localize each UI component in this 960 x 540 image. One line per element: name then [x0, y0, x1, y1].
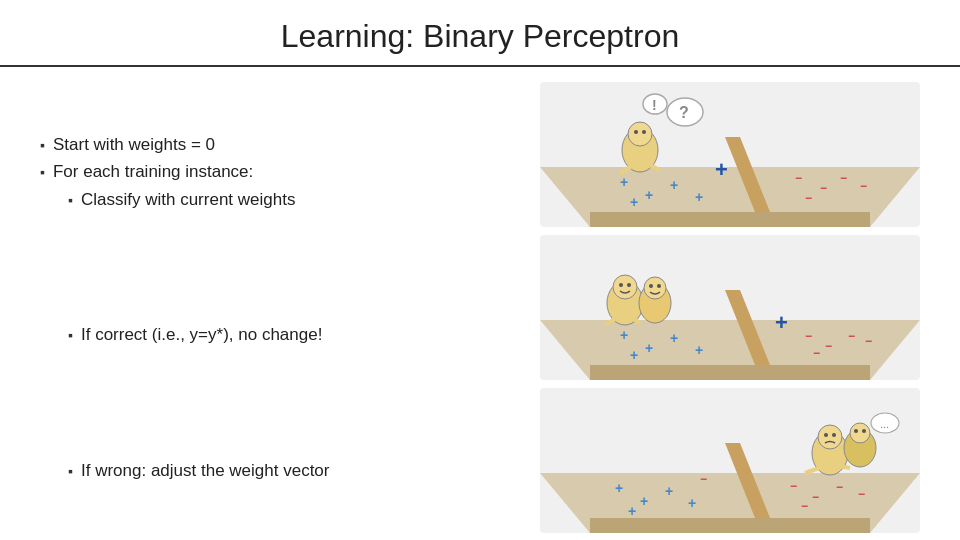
svg-point-43 [644, 277, 666, 299]
svg-point-39 [613, 275, 637, 299]
bullet-group-bot: ▪ If wrong: adjust the weight vector [40, 459, 510, 483]
svg-point-15 [628, 122, 652, 146]
svg-marker-1 [590, 212, 870, 227]
svg-point-65 [832, 433, 836, 437]
bullet-1: ▪ Start with weights = 0 [40, 133, 510, 157]
bullet-text-4: If correct (i.e., y=y*), no change! [81, 323, 322, 347]
left-panel: ▪ Start with weights = 0 ▪ For each trai… [20, 77, 520, 538]
svg-text:+: + [645, 187, 653, 203]
svg-text:!: ! [652, 97, 657, 113]
svg-point-64 [824, 433, 828, 437]
svg-point-70 [854, 429, 858, 433]
svg-text:+: + [645, 340, 653, 356]
svg-text:−: − [848, 329, 855, 343]
scene-1: + + + + + + − − − − − [540, 82, 920, 227]
bullet-icon-1: ▪ [40, 136, 45, 156]
svg-marker-49 [590, 518, 870, 533]
svg-text:−: − [700, 472, 707, 486]
bullet-icon-3: ▪ [68, 191, 73, 211]
svg-text:+: + [665, 483, 673, 499]
svg-point-44 [649, 284, 653, 288]
svg-point-16 [634, 130, 638, 134]
page-title: Learning: Binary Perceptron [40, 18, 920, 55]
svg-text:+: + [628, 503, 636, 519]
bullet-group-mid: ▪ If correct (i.e., y=y*), no change! [40, 323, 510, 347]
page: Learning: Binary Perceptron ▪ Start with… [0, 0, 960, 540]
svg-point-71 [862, 429, 866, 433]
svg-text:−: − [805, 329, 812, 343]
svg-text:+: + [630, 194, 638, 210]
svg-text:−: − [820, 181, 827, 195]
bullet-text-3: Classify with current weights [81, 188, 295, 212]
svg-text:+: + [615, 480, 623, 496]
scene-3: + + + + + − − − − − − [540, 388, 920, 533]
bullet-text-1: Start with weights = 0 [53, 133, 215, 157]
svg-marker-25 [590, 365, 870, 380]
svg-text:−: − [805, 191, 812, 205]
svg-text:+: + [695, 342, 703, 358]
svg-text:−: − [858, 487, 865, 501]
svg-text:−: − [825, 339, 832, 353]
svg-point-40 [619, 283, 623, 287]
svg-text:...: ... [880, 418, 889, 430]
svg-point-45 [657, 284, 661, 288]
bullet-text-2: For each training instance: [53, 160, 253, 184]
svg-text:−: − [836, 480, 843, 494]
svg-point-17 [642, 130, 646, 134]
bullet-group-top: ▪ Start with weights = 0 ▪ For each trai… [40, 133, 510, 212]
svg-text:+: + [715, 157, 728, 182]
right-panel: + + + + + + − − − − − [520, 77, 940, 538]
svg-text:−: − [801, 499, 808, 513]
svg-point-69 [850, 423, 870, 443]
bullet-5: ▪ If wrong: adjust the weight vector [68, 459, 510, 483]
bullet-2: ▪ For each training instance: [40, 160, 510, 184]
svg-text:+: + [775, 310, 788, 335]
bullet-icon-5: ▪ [68, 462, 73, 482]
svg-text:−: − [840, 171, 847, 185]
svg-text:+: + [620, 327, 628, 343]
svg-text:+: + [620, 174, 628, 190]
svg-text:−: − [790, 479, 797, 493]
svg-text:+: + [688, 495, 696, 511]
svg-text:+: + [640, 493, 648, 509]
bullet-3: ▪ Classify with current weights [68, 188, 510, 212]
svg-text:+: + [695, 189, 703, 205]
svg-text:+: + [670, 330, 678, 346]
svg-point-41 [627, 283, 631, 287]
bullet-text-5: If wrong: adjust the weight vector [81, 459, 330, 483]
bullet-icon-4: ▪ [68, 326, 73, 346]
svg-text:?: ? [679, 104, 689, 121]
header: Learning: Binary Perceptron [0, 0, 960, 67]
svg-text:−: − [813, 346, 820, 360]
bullet-4: ▪ If correct (i.e., y=y*), no change! [68, 323, 510, 347]
svg-point-63 [818, 425, 842, 449]
svg-text:−: − [865, 334, 872, 348]
svg-text:+: + [670, 177, 678, 193]
content: ▪ Start with weights = 0 ▪ For each trai… [0, 67, 960, 540]
scene-2: + + + + + + − − − − − [540, 235, 920, 380]
svg-text:−: − [812, 490, 819, 504]
svg-text:−: − [860, 179, 867, 193]
bullet-icon-2: ▪ [40, 163, 45, 183]
svg-text:+: + [630, 347, 638, 363]
svg-text:−: − [795, 171, 802, 185]
